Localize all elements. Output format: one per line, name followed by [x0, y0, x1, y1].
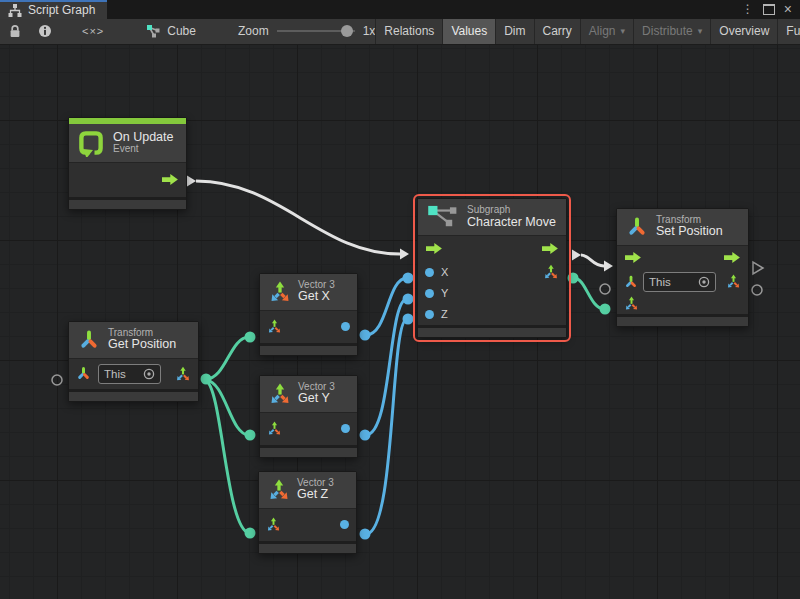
vector3-output-port[interactable]	[543, 264, 559, 280]
node-title: Get X	[298, 290, 335, 303]
this-value: This	[649, 276, 694, 288]
transform-input-icon[interactable]	[76, 366, 91, 381]
wire-endpoint	[600, 303, 611, 314]
script-graph-icon	[8, 4, 22, 17]
graph-breadcrumb[interactable]: Cube	[146, 19, 196, 44]
window-controls: ⋮ ×	[742, 0, 800, 19]
info-icon	[38, 24, 52, 38]
wire-endpoint	[245, 429, 256, 440]
zoom-slider-knob[interactable]	[341, 25, 353, 37]
wire-charactermove-to-setposition-vector[interactable]	[574, 278, 604, 309]
node-footer	[69, 389, 198, 401]
zoom-slider[interactable]	[277, 30, 355, 32]
carry-button[interactable]: Carry	[534, 19, 580, 44]
node-title: Character Move	[467, 216, 556, 229]
input-port-x[interactable]	[425, 268, 434, 277]
wire-charactermove-to-setposition[interactable]	[581, 255, 604, 266]
flow-output-port[interactable]	[723, 251, 741, 264]
maximize-icon[interactable]	[763, 4, 775, 15]
wire-arrowhead	[604, 260, 613, 271]
vector3-input-port[interactable]	[267, 319, 282, 334]
wire-start-cap	[187, 175, 196, 186]
node-set-position[interactable]: Transform Set Position	[616, 208, 749, 327]
node-on-update[interactable]: On Update Event	[68, 117, 187, 210]
node-title: Get Position	[108, 338, 176, 351]
unconnected-flow-output-indicator	[753, 262, 763, 274]
transform-icon	[626, 216, 648, 238]
node-get-x[interactable]: Vector 3 Get X	[259, 273, 358, 356]
target-picker-icon[interactable]	[698, 276, 710, 288]
wire-getposition-to-getx[interactable]	[206, 337, 249, 379]
graph-icon	[146, 24, 161, 39]
values-button[interactable]: Values	[442, 19, 495, 44]
target-picker-icon[interactable]	[143, 368, 155, 380]
unconnected-output-indicator	[752, 285, 762, 295]
node-character-move[interactable]: Subgraph Character Move X	[417, 198, 567, 338]
wire-endpoint	[403, 293, 414, 304]
chevron-down-icon: ▾	[621, 26, 626, 36]
chevron-down-icon: ▾	[698, 26, 703, 36]
dim-button[interactable]: Dim	[495, 19, 533, 44]
float-output-port[interactable]	[341, 322, 350, 331]
vector3-input-port[interactable]	[624, 296, 639, 311]
lock-icon	[8, 24, 22, 39]
this-value: This	[104, 368, 139, 380]
align-button[interactable]: Align ▾	[580, 19, 633, 44]
loop-event-icon	[77, 129, 105, 157]
wire-arrowhead	[400, 248, 409, 259]
vector3-icon	[269, 281, 291, 303]
wire-start-cap	[572, 249, 581, 260]
window-menu-icon[interactable]: ⋮	[742, 3, 754, 15]
wire-onupdate-to-charactermove[interactable]	[196, 181, 400, 254]
relations-button[interactable]: Relations	[375, 19, 442, 44]
vector3-input-port[interactable]	[266, 517, 281, 532]
overview-button[interactable]: Overview	[710, 19, 777, 44]
input-port-z[interactable]	[425, 310, 434, 319]
wire-endpoint	[245, 527, 256, 538]
unconnected-input-indicator	[600, 284, 610, 294]
graph-canvas[interactable]: On Update Event	[0, 45, 800, 599]
input-port-y[interactable]	[425, 289, 434, 298]
this-target-field[interactable]: This	[98, 364, 161, 384]
node-get-z[interactable]: Vector 3 Get Z	[258, 471, 357, 554]
node-footer	[69, 197, 186, 209]
close-icon[interactable]: ×	[784, 3, 792, 15]
zoom-value: 1x	[363, 24, 376, 38]
lock-button[interactable]	[0, 19, 30, 44]
align-label: Align	[589, 24, 616, 38]
flow-output-port[interactable]	[541, 242, 559, 255]
distribute-button[interactable]: Distribute ▾	[633, 19, 710, 44]
node-get-position[interactable]: Transform Get Position This	[68, 321, 199, 402]
node-footer	[617, 314, 748, 326]
vector3-output-port[interactable]	[726, 274, 741, 289]
graph-toolbar: <×> Cube Zoom 1x Relations	[0, 19, 800, 45]
node-footer	[260, 343, 357, 355]
port-label-x: X	[441, 266, 448, 278]
node-subtitle: Event	[113, 144, 173, 155]
node-footer	[418, 325, 566, 337]
tab-script-graph[interactable]: Script Graph	[0, 0, 107, 19]
transform-input-icon[interactable]	[624, 275, 638, 289]
code-preview-button[interactable]: <×>	[60, 19, 126, 44]
port-label-z: Z	[441, 308, 448, 320]
inspector-button[interactable]	[30, 19, 60, 44]
vector3-input-port[interactable]	[267, 421, 282, 436]
wire-endpoint	[201, 373, 212, 384]
transform-icon	[78, 329, 100, 351]
node-get-y[interactable]: Vector 3 Get Y	[259, 375, 358, 458]
flow-input-port[interactable]	[425, 242, 443, 255]
float-output-port[interactable]	[340, 520, 349, 529]
flow-output-port[interactable]	[161, 173, 179, 186]
port-label-y: Y	[441, 287, 448, 299]
this-target-field[interactable]: This	[643, 272, 716, 292]
tab-title: Script Graph	[28, 3, 95, 17]
fullscreen-button[interactable]: Full Screen	[777, 19, 800, 44]
flow-input-port[interactable]	[624, 251, 642, 264]
wire-endpoint	[360, 429, 371, 440]
wire-getz-to-charactermove-z[interactable]	[366, 319, 407, 534]
wire-gety-to-charactermove-y[interactable]	[366, 299, 407, 435]
wire-endpoint	[568, 272, 579, 283]
float-output-port[interactable]	[341, 424, 350, 433]
vector3-output-port[interactable]	[175, 366, 191, 382]
wire-endpoint	[360, 329, 371, 340]
